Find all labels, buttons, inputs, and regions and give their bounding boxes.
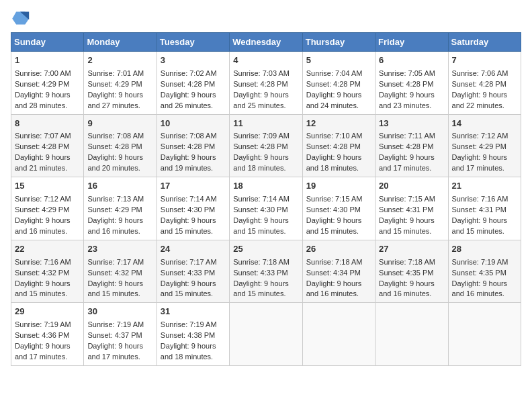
daylight-label: Daylight: 9 hours and 16 minutes.	[15, 216, 71, 235]
week-row-1: 1Sunrise: 7:00 AMSunset: 4:29 PMDaylight…	[11, 52, 521, 115]
sunset-label: Sunset: 4:28 PM	[161, 80, 215, 88]
sunset-label: Sunset: 4:29 PM	[15, 205, 69, 214]
sunrise-label: Sunrise: 7:10 AM	[306, 132, 363, 140]
day-number: 30	[87, 306, 152, 318]
day-number: 23	[87, 243, 152, 256]
daylight-label: Daylight: 9 hours and 15 minutes.	[379, 216, 435, 235]
day-cell	[302, 303, 375, 366]
sunset-label: Sunset: 4:31 PM	[379, 205, 433, 214]
day-cell: 3Sunrise: 7:02 AMSunset: 4:28 PMDaylight…	[157, 52, 229, 115]
day-number: 11	[233, 118, 298, 130]
sunset-label: Sunset: 4:30 PM	[306, 205, 361, 214]
day-number: 16	[87, 180, 152, 193]
sunset-label: Sunset: 4:37 PM	[87, 331, 142, 339]
day-number: 8	[15, 118, 80, 130]
daylight-label: Daylight: 9 hours and 17 minutes.	[15, 342, 71, 361]
sunset-label: Sunset: 4:28 PM	[306, 142, 361, 150]
daylight-label: Daylight: 9 hours and 15 minutes.	[87, 279, 143, 298]
sunrise-label: Sunrise: 7:15 AM	[379, 195, 435, 203]
day-cell	[230, 303, 302, 366]
day-number: 5	[306, 54, 371, 67]
sunset-label: Sunset: 4:28 PM	[233, 142, 287, 150]
day-cell: 30Sunrise: 7:19 AMSunset: 4:37 PMDayligh…	[84, 303, 157, 366]
day-number: 29	[15, 306, 80, 318]
sunset-label: Sunset: 4:29 PM	[452, 142, 506, 150]
sunrise-label: Sunrise: 7:11 AM	[379, 132, 435, 140]
day-cell: 19Sunrise: 7:15 AMSunset: 4:30 PMDayligh…	[302, 177, 375, 240]
sunset-label: Sunset: 4:29 PM	[87, 80, 142, 88]
day-cell: 2Sunrise: 7:01 AMSunset: 4:29 PMDaylight…	[84, 52, 157, 115]
day-cell: 18Sunrise: 7:14 AMSunset: 4:30 PMDayligh…	[230, 177, 302, 240]
sunset-label: Sunset: 4:32 PM	[87, 269, 142, 277]
day-number: 3	[161, 54, 226, 67]
day-number: 28	[452, 243, 517, 256]
sunset-label: Sunset: 4:31 PM	[452, 205, 506, 214]
sunrise-label: Sunrise: 7:19 AM	[87, 320, 144, 328]
day-cell: 31Sunrise: 7:19 AMSunset: 4:38 PMDayligh…	[157, 303, 229, 366]
day-cell: 6Sunrise: 7:05 AMSunset: 4:28 PMDaylight…	[375, 52, 448, 115]
sunset-label: Sunset: 4:36 PM	[15, 331, 69, 339]
sunrise-label: Sunrise: 7:09 AM	[233, 132, 290, 140]
daylight-label: Daylight: 9 hours and 25 minutes.	[233, 91, 289, 109]
day-number: 20	[379, 180, 444, 193]
day-cell: 17Sunrise: 7:14 AMSunset: 4:30 PMDayligh…	[157, 177, 229, 240]
day-cell: 14Sunrise: 7:12 AMSunset: 4:29 PMDayligh…	[448, 114, 521, 177]
sunrise-label: Sunrise: 7:00 AM	[15, 69, 71, 77]
day-cell	[375, 303, 448, 366]
day-number: 22	[15, 243, 80, 256]
daylight-label: Daylight: 9 hours and 22 minutes.	[452, 91, 508, 109]
daylight-label: Daylight: 9 hours and 18 minutes.	[161, 342, 216, 361]
week-row-4: 22Sunrise: 7:16 AMSunset: 4:32 PMDayligh…	[11, 240, 521, 303]
day-cell: 13Sunrise: 7:11 AMSunset: 4:28 PMDayligh…	[375, 114, 448, 177]
sunrise-label: Sunrise: 7:18 AM	[306, 258, 363, 266]
daylight-label: Daylight: 9 hours and 26 minutes.	[161, 91, 216, 109]
day-cell: 23Sunrise: 7:17 AMSunset: 4:32 PMDayligh…	[84, 240, 157, 303]
day-cell: 21Sunrise: 7:16 AMSunset: 4:31 PMDayligh…	[448, 177, 521, 240]
sunrise-label: Sunrise: 7:03 AM	[233, 69, 290, 77]
daylight-label: Daylight: 9 hours and 15 minutes.	[15, 279, 71, 298]
day-cell: 12Sunrise: 7:10 AMSunset: 4:28 PMDayligh…	[302, 114, 375, 177]
day-number: 27	[379, 243, 444, 256]
sunset-label: Sunset: 4:35 PM	[379, 269, 433, 277]
sunrise-label: Sunrise: 7:06 AM	[452, 69, 508, 77]
day-number: 10	[161, 118, 226, 130]
day-number: 7	[452, 54, 517, 67]
day-cell: 8Sunrise: 7:07 AMSunset: 4:28 PMDaylight…	[11, 114, 84, 177]
day-cell: 22Sunrise: 7:16 AMSunset: 4:32 PMDayligh…	[11, 240, 84, 303]
day-cell: 5Sunrise: 7:04 AMSunset: 4:28 PMDaylight…	[302, 52, 375, 115]
sunrise-label: Sunrise: 7:08 AM	[161, 132, 217, 140]
sunrise-label: Sunrise: 7:05 AM	[379, 69, 435, 77]
day-number: 15	[15, 180, 80, 193]
sunrise-label: Sunrise: 7:13 AM	[87, 195, 144, 203]
header-cell-friday: Friday	[375, 33, 448, 52]
daylight-label: Daylight: 9 hours and 16 minutes.	[306, 279, 362, 298]
daylight-label: Daylight: 9 hours and 21 minutes.	[15, 153, 71, 172]
daylight-label: Daylight: 9 hours and 19 minutes.	[161, 153, 216, 172]
week-row-3: 15Sunrise: 7:12 AMSunset: 4:29 PMDayligh…	[11, 177, 521, 240]
day-cell: 1Sunrise: 7:00 AMSunset: 4:29 PMDaylight…	[11, 52, 84, 115]
calendar-table: SundayMondayTuesdayWednesdayThursdayFrid…	[11, 32, 521, 366]
header-cell-thursday: Thursday	[302, 33, 375, 52]
daylight-label: Daylight: 9 hours and 23 minutes.	[379, 91, 435, 109]
calendar-header-row: SundayMondayTuesdayWednesdayThursdayFrid…	[11, 33, 521, 52]
day-cell: 28Sunrise: 7:19 AMSunset: 4:35 PMDayligh…	[448, 240, 521, 303]
sunrise-label: Sunrise: 7:17 AM	[87, 258, 144, 266]
logo	[11, 11, 32, 26]
sunset-label: Sunset: 4:28 PM	[379, 142, 433, 150]
day-number: 4	[233, 54, 298, 67]
daylight-label: Daylight: 9 hours and 15 minutes.	[233, 216, 289, 235]
sunrise-label: Sunrise: 7:01 AM	[87, 69, 144, 77]
day-cell: 27Sunrise: 7:18 AMSunset: 4:35 PMDayligh…	[375, 240, 448, 303]
day-number: 9	[87, 118, 152, 130]
sunset-label: Sunset: 4:30 PM	[233, 205, 287, 214]
logo-icon	[11, 11, 30, 26]
day-cell: 4Sunrise: 7:03 AMSunset: 4:28 PMDaylight…	[230, 52, 302, 115]
day-number: 25	[233, 243, 298, 256]
sunset-label: Sunset: 4:33 PM	[161, 269, 215, 277]
sunrise-label: Sunrise: 7:08 AM	[87, 132, 144, 140]
daylight-label: Daylight: 9 hours and 27 minutes.	[87, 91, 143, 109]
day-number: 31	[161, 306, 226, 318]
sunset-label: Sunset: 4:28 PM	[87, 142, 142, 150]
header-cell-sunday: Sunday	[11, 33, 84, 52]
sunrise-label: Sunrise: 7:17 AM	[161, 258, 217, 266]
